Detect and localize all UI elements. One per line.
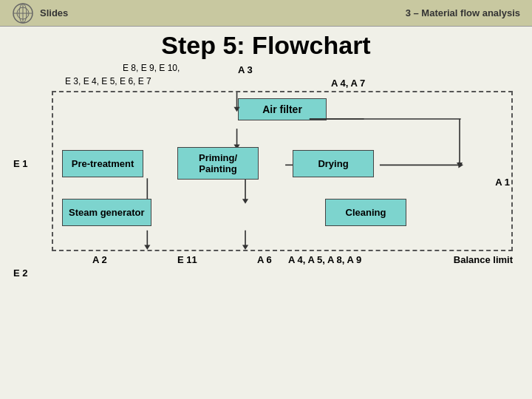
header-bar: Slides 3 – Material flow analysis: [0, 0, 532, 27]
drying-box: Drying: [293, 150, 374, 177]
main-content: Step 5: Flowchart E 8, E 9, E 10, E 3, E…: [0, 27, 532, 276]
header-left: Slides: [12, 2, 68, 24]
e1-label: E 1: [13, 158, 28, 169]
e2-label: E 2: [13, 267, 28, 279]
a2-bottom-label: A 2: [92, 254, 107, 265]
e8-e9-e10-label: E 8, E 9, E 10,: [123, 63, 180, 73]
bottom-labels-row: A 2 E 11 A 6 A 4, A 5, A 8, A 9 Balance …: [52, 251, 513, 273]
bottom-process-row: Steam generator Cleaning: [62, 199, 502, 226]
priming-painting-box: Priming/ Painting: [177, 147, 259, 180]
a1-label: A 1: [495, 177, 510, 188]
air-filter-box: Air filter: [238, 98, 327, 120]
dashed-boundary-box: Air filter Pre-treatment Priming/ Painti…: [52, 91, 513, 251]
svg-marker-28: [144, 245, 150, 250]
slides-label: Slides: [40, 7, 68, 18]
cleaning-box: Cleaning: [325, 199, 406, 226]
page-title: Step 5: Flowchart: [13, 31, 519, 60]
steam-generator-box: Steam generator: [62, 199, 151, 226]
air-filter-row: Air filter: [62, 98, 502, 120]
svg-marker-30: [242, 245, 248, 250]
middle-process-row: Pre-treatment Priming/ Painting Drying: [62, 147, 502, 180]
e11-bottom-label: E 11: [177, 254, 197, 265]
a4-a7-label: A 4, A 7: [331, 78, 365, 89]
section-label: 3 – Material flow analysis: [406, 7, 520, 18]
a4-a5-a8-a9-label: A 4, A 5, A 8, A 9: [288, 254, 361, 265]
balance-limit-label: Balance limit: [454, 254, 513, 265]
a3-label: A 3: [238, 64, 253, 75]
a6-bottom-label: A 6: [257, 254, 272, 265]
pre-treatment-box: Pre-treatment: [62, 150, 143, 177]
e3-e7-label: E 3, E 4, E 5, E 6, E 7: [65, 76, 151, 86]
org-logo-icon: [12, 2, 34, 24]
top-labels-area: E 8, E 9, E 10, E 3, E 4, E 5, E 6, E 7 …: [52, 63, 519, 91]
